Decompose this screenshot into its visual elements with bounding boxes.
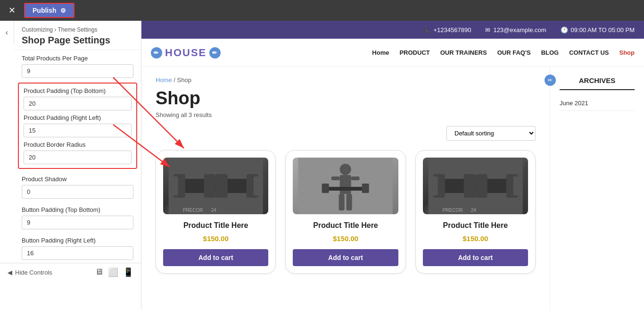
field-input-6[interactable] [22,246,133,260]
svg-rect-4 [169,176,178,195]
field-border-radius: Product Border Radius [24,141,132,164]
add-to-cart-button-3[interactable]: Add to cart [423,249,528,266]
svg-rect-17 [347,194,352,210]
field-label-2: Product Padding (Right Left) [24,114,132,121]
nav-blog[interactable]: BLOG [541,49,559,56]
site-info-bar: 📞 +1234567890 ✉ 123@example.com 🕐 09:00 … [141,21,644,39]
tablet-icon[interactable]: ⬜ [108,267,118,277]
site-preview: 📞 +1234567890 ✉ 123@example.com 🕐 09:00 … [141,21,644,310]
field-label-6: Button Padding (Right Left) [22,237,133,244]
shop-main: Home / Shop Shop Showing all 3 results D… [141,67,550,310]
svg-rect-25 [428,176,438,195]
email-info: ✉ 123@example.com [485,26,546,34]
shop-page-title: Shop [156,88,536,109]
svg-rect-26 [513,176,522,195]
nav-contact[interactable]: CONTACT US [569,49,609,56]
product-card-1: PRECOR 24 Product Title Here $150.00 Add… [156,150,276,274]
hours-text: 09:00 AM TO 05:00 PM [571,26,635,34]
field-btn-padding-rl: Button Padding (Right Left) [14,232,141,263]
field-input-1[interactable] [24,97,132,110]
phone-info: 📞 +1234567890 [423,26,471,34]
highlighted-fields-group: Product Padding (Top Bottom) Product Pad… [18,83,137,169]
field-input-3[interactable] [24,151,132,164]
shop-sidebar: ✏ ARCHIVES June 2021 [550,67,644,310]
product-card-3: PRECOR 24 Product Title Here $150.00 Add… [415,150,536,274]
archive-item-june2021[interactable]: June 2021 [560,96,635,111]
svg-rect-14 [331,176,340,180]
logo-edit-icon[interactable]: ✏ [151,47,162,59]
svg-rect-28 [475,174,487,198]
logo-edit-icon-2[interactable]: ✏ [209,47,221,59]
svg-text:24: 24 [211,208,217,213]
product-price-1: $150.00 [163,235,268,243]
phone-number: +1234567890 [434,26,471,34]
product-image-1: PRECOR 24 [163,158,268,214]
sidebar-breadcrumb: Customizing › Theme Settings [22,26,133,33]
svg-rect-19 [322,184,329,193]
main-layout: ‹ Customizing › Theme Settings Shop Page… [0,21,644,310]
nav-trainers[interactable]: OUR TRAINERS [440,49,487,56]
field-input-0[interactable] [22,64,133,78]
product-price-2: $150.00 [293,235,398,243]
archives-title: ARCHIVES [560,76,635,90]
breadcrumb-home[interactable]: Home [156,76,172,84]
arrow-left-icon: ◀ [8,269,12,276]
nav-shop[interactable]: Shop [619,49,635,56]
add-to-cart-button-2[interactable]: Add to cart [293,249,398,266]
breadcrumb-shop: Shop [177,76,191,84]
field-padding-tb: Product Padding (Top Bottom) [24,87,132,110]
hide-controls-button[interactable]: ◀ Hide Controls [8,269,52,276]
product-title-2: Product Title Here [293,221,398,231]
phone-icon: 📞 [423,26,431,34]
product-card-2: Product Title Here $150.00 Add to cart [285,150,405,274]
clock-icon: 🕐 [561,26,568,34]
back-button[interactable]: ‹ [0,21,14,44]
sidebar-edit-icon[interactable]: ✏ [545,75,556,86]
field-btn-padding-tb: Button Padding (Top Bottom) [14,201,141,232]
svg-rect-5 [254,176,263,195]
field-label-5: Button Padding (Top Bottom) [22,206,133,213]
nav-faq[interactable]: OUR FAQ'S [497,49,531,56]
site-nav-bar: ✏ HOUSE ✏ Home PRODUCT OUR TRAINERS OUR … [141,39,644,67]
svg-rect-18 [324,187,367,191]
svg-rect-13 [340,175,351,194]
close-button[interactable]: ✕ [5,3,19,17]
field-label-3: Product Border Radius [24,141,132,148]
field-input-2[interactable] [24,124,132,137]
field-input-4[interactable] [22,185,133,199]
svg-rect-20 [362,184,369,193]
svg-text:PRECOR: PRECOR [442,208,462,213]
nav-home[interactable]: Home [372,49,389,56]
svg-text:PRECOR: PRECOR [183,208,203,213]
page-breadcrumb: Home / Shop [156,76,536,84]
nav-product[interactable]: PRODUCT [399,49,429,56]
field-label-1: Product Padding (Top Bottom) [24,87,132,94]
product-image-2 [293,158,398,214]
sort-select[interactable]: Default sorting Sort by popularity Sort … [446,126,536,141]
sorting-bar: Default sorting Sort by popularity Sort … [156,126,536,141]
device-icons: 🖥 ⬜ 📱 [95,267,133,277]
field-label-0: Total Products Per Page [22,55,133,62]
mobile-icon[interactable]: 📱 [123,267,133,277]
sidebar-fields: Total Products Per Page Product Padding … [14,50,141,263]
gear-icon: ⚙ [60,7,66,14]
sidebar-title: Shop Page Settings [22,35,133,46]
email-icon: ✉ [485,26,490,34]
sidebar-footer: ◀ Hide Controls 🖥 ⬜ 📱 [0,263,141,281]
customizer-sidebar: ‹ Customizing › Theme Settings Shop Page… [0,21,141,310]
publish-label: Publish [33,7,57,14]
add-to-cart-button-1[interactable]: Add to cart [163,249,268,266]
email-address: 123@example.com [493,26,546,34]
desktop-icon[interactable]: 🖥 [95,267,103,277]
svg-rect-7 [216,174,228,198]
logo-text: HOUSE [165,47,206,59]
field-total-products: Total Products Per Page [14,50,141,81]
publish-button[interactable]: Publish ⚙ [24,3,74,18]
site-logo: ✏ HOUSE ✏ [151,47,221,59]
field-input-5[interactable] [22,216,133,229]
svg-point-12 [340,164,351,175]
field-shadow: Product Shadow [14,171,141,201]
field-label-4: Product Shadow [22,176,133,183]
breadcrumb-separator: / [173,76,177,84]
hours-info: 🕐 09:00 AM TO 05:00 PM [561,26,635,34]
